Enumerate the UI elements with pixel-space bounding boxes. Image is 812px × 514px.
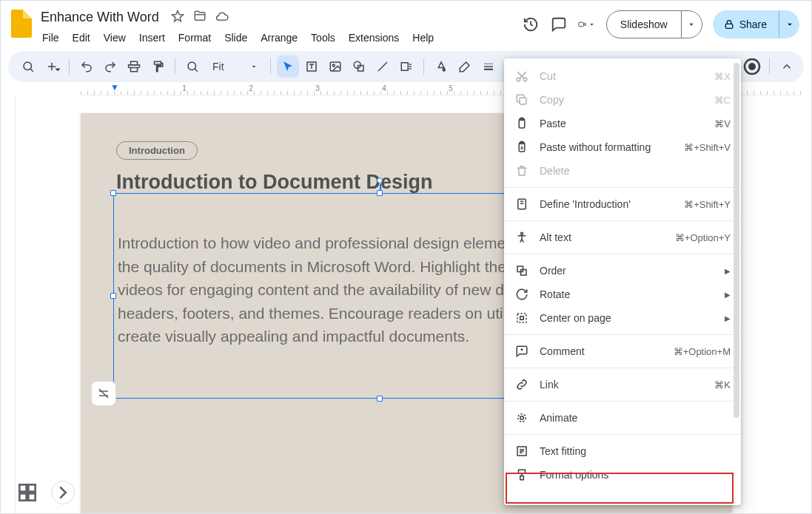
menu-extensions[interactable]: Extensions bbox=[343, 29, 405, 47]
ctx-order[interactable]: Order ▶ bbox=[504, 259, 741, 283]
autofit-pill[interactable] bbox=[91, 381, 116, 406]
border-weight-button[interactable] bbox=[477, 55, 500, 78]
resize-handle-tl[interactable] bbox=[110, 190, 116, 196]
resize-handle-ml[interactable] bbox=[110, 293, 116, 299]
cut-icon bbox=[514, 69, 529, 84]
undo-button[interactable] bbox=[76, 55, 98, 78]
border-color-button[interactable] bbox=[454, 55, 476, 78]
svg-rect-34 bbox=[519, 470, 526, 473]
copy-icon bbox=[514, 92, 529, 107]
slide-badge[interactable]: Introduction bbox=[116, 141, 198, 160]
ctx-animate[interactable]: Animate bbox=[504, 406, 741, 430]
ctx-text-fitting[interactable]: Text fitting bbox=[504, 439, 741, 463]
svg-point-19 bbox=[523, 78, 527, 81]
ctx-paste[interactable]: Paste ⌘V bbox=[504, 112, 741, 135]
svg-point-18 bbox=[517, 78, 520, 81]
print-button[interactable] bbox=[123, 55, 145, 78]
slides-icon bbox=[11, 10, 32, 38]
explore-button[interactable] bbox=[51, 481, 75, 504]
ctx-separator bbox=[504, 434, 741, 435]
ctx-separator bbox=[504, 220, 741, 221]
rotate-icon bbox=[514, 287, 529, 302]
ruler-tick: 1 bbox=[182, 84, 187, 92]
link-icon bbox=[514, 377, 529, 392]
ctx-copy[interactable]: Copy ⌘C bbox=[504, 88, 741, 112]
transition-tool[interactable] bbox=[395, 55, 417, 78]
image-tool[interactable] bbox=[324, 55, 346, 78]
svg-point-26 bbox=[521, 232, 523, 234]
star-icon[interactable] bbox=[171, 10, 184, 25]
shape-tool[interactable] bbox=[348, 55, 370, 78]
menu-edit[interactable]: Edit bbox=[67, 29, 96, 47]
comment-icon bbox=[514, 344, 529, 359]
paste-icon bbox=[514, 116, 529, 131]
zoom-tool-button[interactable] bbox=[181, 55, 204, 78]
meet-button[interactable] bbox=[578, 16, 596, 33]
slideshow-dropdown[interactable] bbox=[681, 11, 702, 38]
svg-rect-35 bbox=[520, 476, 524, 480]
zoom-value: Fit bbox=[212, 61, 224, 72]
collapse-toolbar-button[interactable] bbox=[776, 55, 798, 78]
new-slide-button[interactable] bbox=[41, 55, 63, 78]
ctx-cut[interactable]: Cut ⌘X bbox=[504, 64, 741, 88]
menu-format[interactable]: Format bbox=[172, 29, 217, 47]
grid-view-button[interactable] bbox=[16, 481, 39, 504]
ctx-rotate[interactable]: Rotate ▶ bbox=[504, 283, 741, 306]
history-icon[interactable] bbox=[522, 16, 540, 33]
move-icon[interactable] bbox=[193, 10, 207, 25]
cloud-status-icon[interactable] bbox=[215, 10, 229, 25]
redo-button[interactable] bbox=[99, 55, 121, 78]
slideshow-button[interactable]: Slideshow bbox=[606, 10, 702, 38]
ctx-center[interactable]: Center on page ▶ bbox=[504, 306, 741, 330]
ctx-link[interactable]: Link ⌘K bbox=[504, 373, 741, 396]
textbox-tool[interactable] bbox=[301, 55, 323, 78]
ctx-format-options[interactable]: Format options bbox=[504, 463, 741, 487]
lock-icon bbox=[723, 18, 735, 30]
line-tool[interactable] bbox=[372, 55, 394, 78]
indent-marker-icon[interactable]: ▼ bbox=[110, 82, 119, 92]
comments-icon[interactable] bbox=[550, 16, 568, 33]
menu-view[interactable]: View bbox=[98, 29, 132, 47]
rec-icon[interactable] bbox=[741, 55, 763, 78]
app-logo[interactable] bbox=[7, 7, 36, 42]
menu-file[interactable]: File bbox=[36, 29, 65, 47]
share-label: Share bbox=[739, 18, 767, 30]
ctx-comment[interactable]: Comment ⌘+Option+M bbox=[504, 339, 741, 363]
select-tool[interactable] bbox=[277, 55, 299, 78]
search-menus-button[interactable] bbox=[17, 55, 39, 78]
trash-icon bbox=[514, 163, 529, 178]
fill-color-button[interactable] bbox=[430, 55, 452, 78]
menu-tools[interactable]: Tools bbox=[305, 29, 341, 47]
ctx-separator bbox=[504, 187, 741, 188]
title-area: Enhance With Word File Edit View Insert … bbox=[36, 7, 522, 48]
ruler-tick: 4 bbox=[382, 84, 386, 92]
svg-rect-16 bbox=[19, 493, 26, 500]
ctx-define[interactable]: Define 'Introduction' ⌘+Shift+Y bbox=[504, 192, 741, 216]
menu-slide[interactable]: Slide bbox=[218, 29, 253, 47]
paint-format-button[interactable] bbox=[147, 55, 169, 78]
autofit-icon bbox=[97, 387, 110, 400]
resize-handle-bm[interactable] bbox=[377, 396, 383, 402]
menubar: File Edit View Insert Format Slide Arran… bbox=[36, 27, 522, 48]
bottom-controls bbox=[16, 481, 75, 504]
svg-rect-29 bbox=[517, 314, 526, 322]
menu-insert[interactable]: Insert bbox=[133, 29, 171, 47]
ctx-delete[interactable]: Delete bbox=[504, 159, 741, 183]
ctx-paste-nofmt[interactable]: Paste without formatting ⌘+Shift+V bbox=[504, 135, 741, 159]
order-icon bbox=[514, 263, 529, 278]
svg-point-2 bbox=[24, 62, 32, 70]
share-dropdown[interactable] bbox=[779, 10, 799, 38]
ctx-separator bbox=[504, 334, 741, 335]
share-button[interactable]: Share bbox=[713, 10, 799, 38]
rotate-handle[interactable] bbox=[377, 177, 383, 183]
resize-handle-tm[interactable] bbox=[377, 190, 383, 196]
document-title[interactable]: Enhance With Word bbox=[36, 8, 164, 27]
ctx-scrollbar[interactable] bbox=[734, 63, 739, 501]
vertical-ruler bbox=[1, 95, 16, 514]
ctx-alt-text[interactable]: Alt text ⌘+Option+Y bbox=[504, 226, 741, 249]
svg-point-31 bbox=[520, 416, 524, 420]
menu-arrange[interactable]: Arrange bbox=[255, 29, 303, 47]
menu-help[interactable]: Help bbox=[406, 29, 440, 47]
zoom-dropdown[interactable]: Fit bbox=[205, 56, 264, 77]
slide-title[interactable]: Introduction to Document Design bbox=[116, 171, 432, 194]
